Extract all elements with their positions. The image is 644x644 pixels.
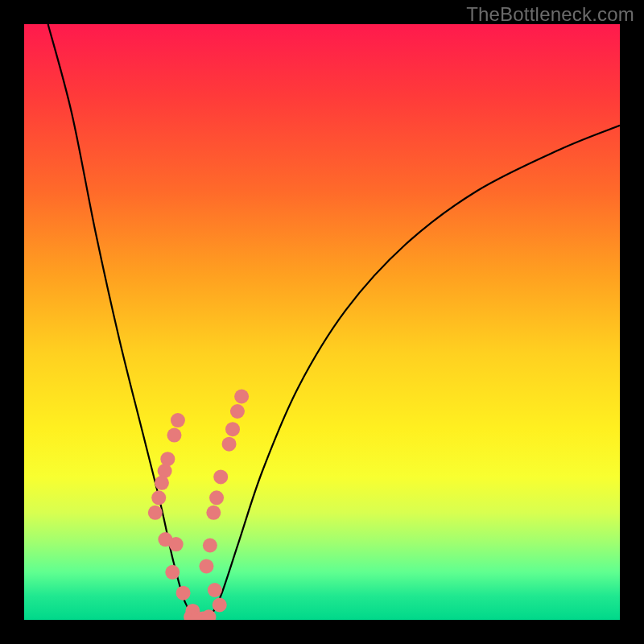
curve-path [48, 24, 197, 620]
data-dot [199, 559, 213, 573]
curve-path [208, 126, 620, 620]
data-dot [167, 428, 181, 443]
watermark-text: TheBottleneck.com [466, 3, 634, 26]
data-dot [203, 539, 217, 553]
data-dot [213, 598, 227, 613]
data-dot [230, 404, 245, 419]
data-dot [213, 469, 228, 484]
data-dot [222, 437, 237, 452]
data-dot [176, 586, 191, 601]
data-dot [169, 537, 184, 551]
data-dot [225, 422, 240, 436]
data-dot [151, 490, 166, 505]
data-dot [209, 490, 224, 505]
data-dot [234, 390, 249, 404]
curve-right [208, 126, 620, 620]
data-dot [171, 413, 185, 427]
chart-frame: TheBottleneck.com [0, 0, 644, 644]
chart-svg [24, 24, 620, 620]
data-dot [155, 476, 169, 490]
dots-layer [148, 390, 249, 621]
plot-area [24, 24, 620, 620]
data-dot [148, 506, 163, 520]
data-dot [206, 506, 221, 520]
data-dot [165, 565, 180, 580]
data-dot [208, 583, 222, 597]
curve-left [48, 24, 197, 620]
